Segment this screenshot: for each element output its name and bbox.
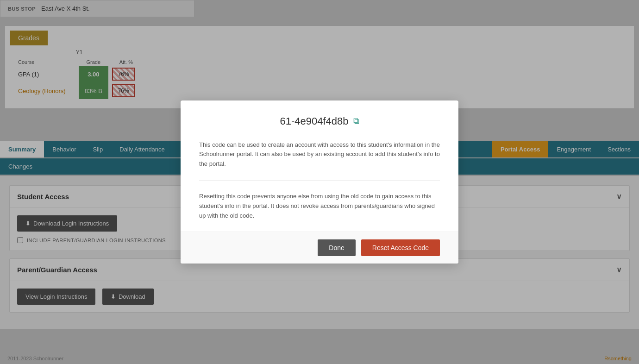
reset-access-code-button[interactable]: Reset Access Code [361,239,440,256]
modal-footer: Done Reset Access Code [181,232,458,264]
copy-icon[interactable]: ⧉ [353,116,359,126]
access-code-modal: 61-4e904f4d8b ⧉ This code can be used to… [181,100,458,264]
modal-description: This code can be used to create an accou… [199,140,440,181]
access-code-display: 61-4e904f4d8b ⧉ [199,115,440,127]
modal-body: 61-4e904f4d8b ⧉ This code can be used to… [181,100,458,232]
access-code-value: 61-4e904f4d8b [280,115,348,127]
modal-overlay: 61-4e904f4d8b ⧉ This code can be used to… [0,0,639,364]
modal-reset-description: Resetting this code prevents anyone else… [199,181,440,220]
done-button[interactable]: Done [318,239,355,256]
